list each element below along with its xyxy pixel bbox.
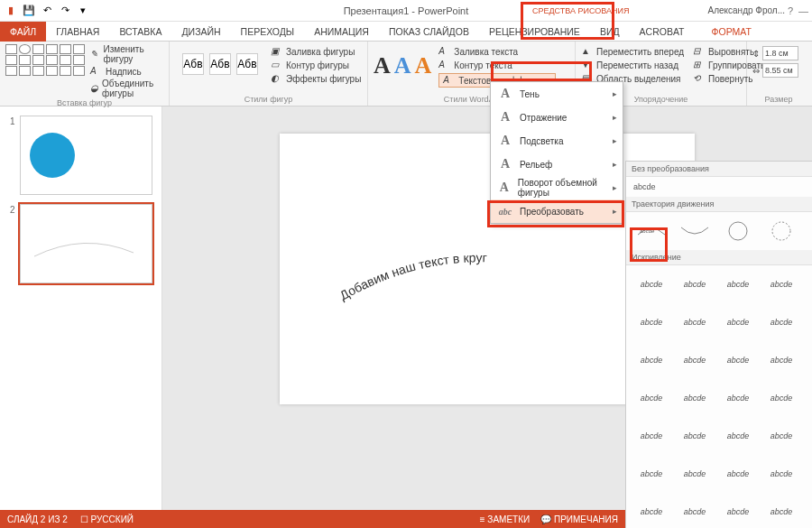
shape-style-gallery[interactable]: АбвАбвАбв: [175, 50, 265, 79]
shape-fill-button[interactable]: ▣Заливка фигуры: [271, 46, 361, 57]
fx-transform[interactable]: abcПреобразовать▸: [491, 199, 623, 223]
redo-icon[interactable]: ↷: [58, 4, 72, 18]
tab-review[interactable]: РЕЦЕНЗИРОВАНИЕ: [479, 22, 590, 42]
tab-insert[interactable]: ВСТАВКА: [109, 22, 171, 42]
thumb-number: 1: [10, 116, 15, 126]
warp-option[interactable]: abcde: [763, 422, 799, 449]
tab-home[interactable]: ГЛАВНАЯ: [46, 22, 109, 42]
warp-option[interactable]: abcde: [633, 460, 669, 487]
warp-follow-path-option[interactable]: abcde: [633, 218, 669, 245]
warp-option[interactable]: abcde: [677, 384, 713, 412]
thumb-shape-icon: [30, 133, 75, 178]
bring-forward-button[interactable]: ▲Переместить вперед: [581, 46, 684, 57]
shapes-gallery[interactable]: [5, 44, 85, 98]
letter-a-icon: A: [498, 134, 512, 148]
warp-option[interactable]: abcde: [763, 460, 799, 487]
chevron-right-icon: ▸: [613, 136, 617, 145]
height-input[interactable]: ⇕ 1.8 см: [752, 46, 805, 60]
warp-option[interactable]: abcde: [677, 309, 713, 336]
warp-option[interactable]: abcde: [763, 309, 799, 336]
chevron-right-icon: ▸: [613, 183, 617, 192]
send-backward-button[interactable]: ▼Переместить назад: [581, 60, 684, 70]
fx-glow[interactable]: AПодсветка▸: [491, 129, 623, 153]
merge-shapes-button[interactable]: ◒Объединить фигуры: [90, 79, 163, 98]
warp-option[interactable]: abcde: [720, 498, 756, 525]
warp-option[interactable]: abcde: [633, 271, 669, 298]
width-input[interactable]: ⇔ 8.55 см: [752, 63, 805, 78]
warp-option[interactable]: abcde: [633, 498, 669, 525]
warp-option[interactable]: abcde: [763, 498, 799, 525]
tab-format[interactable]: ФОРМАТ: [702, 22, 761, 42]
text-outline-button[interactable]: AКонтур текста: [438, 60, 556, 70]
warp-follow-path-option[interactable]: [677, 218, 713, 245]
undo-icon[interactable]: ↶: [40, 4, 54, 18]
warp-section-header: Искривление: [626, 250, 812, 265]
edit-shape-icon: ✎: [90, 49, 101, 60]
warp-option[interactable]: abcde: [720, 271, 756, 298]
slide-thumbnail[interactable]: 1: [20, 116, 152, 195]
slide-thumbnail[interactable]: 2: [20, 204, 152, 283]
warp-option[interactable]: abcde: [720, 460, 756, 487]
fx-reflection[interactable]: AОтражение▸: [491, 106, 623, 129]
tab-slideshow[interactable]: ПОКАЗ СЛАЙДОВ: [379, 22, 479, 42]
shape-effects-button[interactable]: ◐Эффекты фигуры: [271, 73, 361, 84]
warp-option[interactable]: abcde: [720, 309, 756, 336]
warp-option[interactable]: abcde: [677, 498, 713, 525]
tab-file[interactable]: ФАЙЛ: [0, 22, 46, 42]
warp-option[interactable]: abcde: [633, 347, 669, 374]
curved-text[interactable]: Добавим наш текст в круг: [334, 242, 604, 314]
warp-section-header: Траектория движения: [626, 197, 812, 212]
abc-icon: abc: [498, 204, 512, 218]
fx-shadow[interactable]: AТень▸: [491, 82, 623, 106]
warp-none-option[interactable]: abcde: [626, 177, 812, 197]
start-icon[interactable]: ▾: [76, 4, 90, 18]
chevron-right-icon: ▸: [613, 160, 617, 169]
warp-follow-path-option[interactable]: [720, 218, 756, 245]
warp-option[interactable]: abcde: [677, 422, 713, 449]
context-tab-group-label: СРЕДСТВА РИСОВАНИЯ: [532, 6, 629, 15]
warp-option[interactable]: abcde: [763, 271, 799, 298]
warp-option[interactable]: abcde: [763, 347, 799, 374]
warp-option[interactable]: abcde: [720, 422, 756, 449]
comments-button[interactable]: 💬 ПРИМЕЧАНИЯ: [540, 514, 618, 524]
slide-counter[interactable]: СЛАЙД 2 ИЗ 2: [7, 514, 68, 524]
user-name[interactable]: Александр Фрол...: [708, 5, 786, 15]
wordart-gallery[interactable]: A A A: [374, 52, 431, 79]
tab-acrobat[interactable]: ACROBAT: [630, 22, 695, 42]
warp-option[interactable]: abcde: [720, 384, 756, 412]
svg-point-3: [772, 222, 790, 240]
transform-gallery: Без преобразования abcde Траектория движ…: [625, 161, 812, 528]
help-icon[interactable]: ?: [788, 5, 793, 16]
text-fill-button[interactable]: AЗаливка текста: [438, 46, 556, 57]
textbox-button[interactable]: AНадпись: [90, 66, 163, 77]
letter-a-icon: A: [498, 110, 512, 125]
warp-section-header: Без преобразования: [626, 162, 812, 177]
language-indicator[interactable]: ☐ РУССКИЙ: [80, 514, 134, 524]
warp-follow-path-option[interactable]: [763, 218, 799, 245]
shape-outline-button[interactable]: ▭Контур фигуры: [271, 60, 361, 70]
fx-bevel[interactable]: AРельеф▸: [491, 153, 623, 176]
outline-icon: ▭: [271, 60, 283, 70]
tab-transitions[interactable]: ПЕРЕХОДЫ: [231, 22, 305, 42]
warp-option[interactable]: abcde: [763, 384, 799, 412]
minimize-icon[interactable]: —: [798, 5, 808, 16]
tab-animation[interactable]: АНИМАЦИЯ: [304, 22, 379, 42]
warp-option[interactable]: abcde: [633, 384, 669, 412]
notes-button[interactable]: ≡ ЗАМЕТКИ: [480, 514, 530, 524]
fill-icon: ▣: [271, 46, 283, 57]
quick-access-toolbar: ▮ 💾 ↶ ↷ ▾: [0, 4, 94, 18]
warp-option[interactable]: abcde: [677, 271, 713, 298]
text-effects-menu: AТень▸ AОтражение▸ AПодсветка▸ AРельеф▸ …: [490, 81, 623, 224]
warp-option[interactable]: abcde: [677, 460, 713, 487]
warp-option[interactable]: abcde: [720, 347, 756, 374]
edit-shape-button[interactable]: ✎Изменить фигуру: [90, 44, 163, 64]
warp-option[interactable]: abcde: [633, 309, 669, 336]
fx-3drotation[interactable]: AПоворот объемной фигуры▸: [491, 176, 623, 199]
warp-option[interactable]: abcde: [633, 422, 669, 449]
title-bar: ▮ 💾 ↶ ↷ ▾ Презентация1 - PowerPoint СРЕД…: [0, 0, 812, 22]
tab-design[interactable]: ДИЗАЙН: [171, 22, 230, 42]
ribbon-group-shape-styles: АбвАбвАбв ▣Заливка фигуры ▭Контур фигуры…: [170, 42, 368, 106]
tab-view[interactable]: ВИД: [590, 22, 630, 42]
save-icon[interactable]: 💾: [22, 4, 36, 18]
warp-option[interactable]: abcde: [677, 347, 713, 374]
